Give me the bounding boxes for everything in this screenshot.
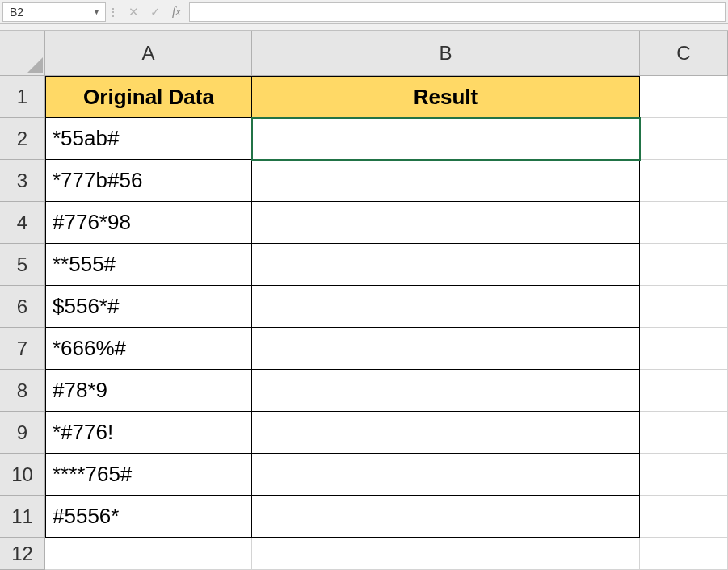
row-header-12[interactable]: 12	[0, 538, 45, 570]
cell-A4[interactable]: #776*98	[45, 202, 252, 244]
col-header-a[interactable]: A	[45, 31, 252, 76]
formula-buttons: ✕ ✓ fx	[120, 5, 189, 19]
col-header-b[interactable]: B	[252, 31, 640, 76]
cell-B8[interactable]	[252, 370, 640, 412]
row-header-2[interactable]: 2	[0, 118, 45, 160]
row-header-10[interactable]: 10	[0, 454, 45, 496]
cell-C7[interactable]	[640, 328, 728, 370]
separator: ⋮	[106, 6, 120, 18]
formula-input[interactable]	[189, 2, 726, 22]
spreadsheet: 1 2 3 4 5 6 7 8 9 10 11 12 A B C Origina…	[0, 31, 728, 570]
row-header-7[interactable]: 7	[0, 328, 45, 370]
cell-B2[interactable]	[252, 118, 640, 160]
cell-B11[interactable]	[252, 496, 640, 538]
name-box-value: B2	[10, 6, 23, 19]
cell-A7[interactable]: *666%#	[45, 328, 252, 370]
cell-C11[interactable]	[640, 496, 728, 538]
cell-B10[interactable]	[252, 454, 640, 496]
cell-C8[interactable]	[640, 370, 728, 412]
cell-C1[interactable]	[640, 76, 728, 118]
cell-B9[interactable]	[252, 412, 640, 454]
cell-B7[interactable]	[252, 328, 640, 370]
row-header-3[interactable]: 3	[0, 160, 45, 202]
select-all-corner[interactable]	[0, 31, 45, 76]
cell-C5[interactable]	[640, 244, 728, 286]
cell-C3[interactable]	[640, 160, 728, 202]
cell-B1[interactable]: Result	[252, 76, 640, 118]
spacer-bar	[0, 24, 728, 31]
row-header-11[interactable]: 11	[0, 496, 45, 538]
name-box[interactable]: B2 ▼	[2, 2, 106, 22]
formula-bar: B2 ▼ ⋮ ✕ ✓ fx	[0, 0, 728, 24]
cell-C12[interactable]	[640, 538, 728, 570]
row-header-5[interactable]: 5	[0, 244, 45, 286]
cell-A3[interactable]: *777b#56	[45, 160, 252, 202]
cell-C9[interactable]	[640, 412, 728, 454]
cell-A1[interactable]: Original Data	[45, 76, 252, 118]
cell-A6[interactable]: $556*#	[45, 286, 252, 328]
chevron-down-icon[interactable]: ▼	[93, 8, 100, 16]
cell-B4[interactable]	[252, 202, 640, 244]
cancel-icon[interactable]: ✕	[128, 5, 139, 19]
cell-A11[interactable]: #5556*	[45, 496, 252, 538]
cell-A10[interactable]: ****765#	[45, 454, 252, 496]
row-header-4[interactable]: 4	[0, 202, 45, 244]
cell-A12[interactable]	[45, 538, 252, 570]
cell-C10[interactable]	[640, 454, 728, 496]
row-header-1[interactable]: 1	[0, 76, 45, 118]
row-header-6[interactable]: 6	[0, 286, 45, 328]
cell-B3[interactable]	[252, 160, 640, 202]
col-header-c[interactable]: C	[640, 31, 728, 76]
check-icon[interactable]: ✓	[150, 5, 161, 19]
select-all-triangle-icon	[27, 57, 43, 73]
cell-A9[interactable]: *#776!	[45, 412, 252, 454]
fx-icon[interactable]: fx	[172, 5, 181, 19]
cell-A8[interactable]: #78*9	[45, 370, 252, 412]
cell-A2[interactable]: *55ab#	[45, 118, 252, 160]
cell-C4[interactable]	[640, 202, 728, 244]
row-header-9[interactable]: 9	[0, 412, 45, 454]
cell-A5[interactable]: **555#	[45, 244, 252, 286]
cell-B12[interactable]	[252, 538, 640, 570]
cell-B5[interactable]	[252, 244, 640, 286]
cell-C6[interactable]	[640, 286, 728, 328]
row-header-8[interactable]: 8	[0, 370, 45, 412]
cell-B6[interactable]	[252, 286, 640, 328]
cell-C2[interactable]	[640, 118, 728, 160]
